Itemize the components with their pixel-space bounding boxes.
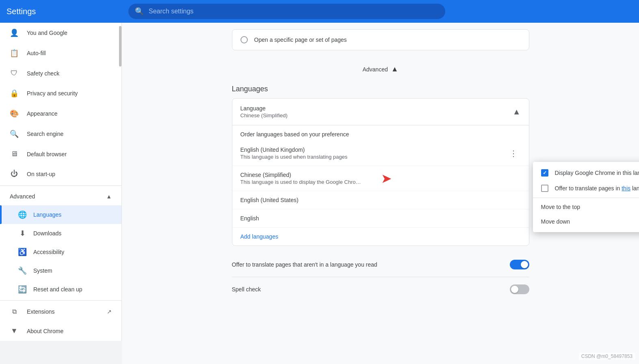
open-page-label: Open a specific page or set of pages xyxy=(254,37,347,43)
sidebar-label-on-startup: On start-up xyxy=(27,171,55,177)
sidebar-item-downloads[interactable]: ⬇ Downloads xyxy=(0,224,121,243)
add-languages-link[interactable]: Add languages xyxy=(232,228,529,246)
context-menu-item-move-top[interactable]: Move to the top xyxy=(533,200,639,214)
search-input[interactable] xyxy=(149,8,439,15)
sidebar-item-you-google[interactable]: 👤 You and Google xyxy=(0,23,121,43)
sidebar-label-autofill: Auto-fill xyxy=(27,50,46,56)
context-menu: Display Google Chrome in this language O… xyxy=(533,162,639,232)
context-menu-item-display-language[interactable]: Display Google Chrome in this language xyxy=(533,165,639,181)
red-arrow: ➤ xyxy=(381,172,391,185)
autofill-icon: 📋 xyxy=(10,49,19,58)
sidebar-label-reset-cleanup: Reset and clean up xyxy=(33,286,82,293)
startup-icon: ⏻ xyxy=(10,170,19,178)
spell-check-toggle[interactable] xyxy=(510,284,529,294)
language-row-chinese: Chinese (Simplified) This language is us… xyxy=(232,166,529,191)
main-content: Open a specific page or set of pages Adv… xyxy=(122,23,639,364)
sidebar-divider-2 xyxy=(0,300,121,301)
context-menu-label-display-language: Display Google Chrome in this language xyxy=(555,170,639,176)
sidebar-label-downloads: Downloads xyxy=(33,230,61,237)
highlight-this: this xyxy=(622,185,630,192)
search-bar[interactable]: 🔍 xyxy=(128,4,445,19)
sidebar-item-on-startup[interactable]: ⏻ On start-up xyxy=(0,164,121,184)
lang-desc-chinese: This language is used to display the Goo… xyxy=(240,179,361,185)
person-icon: 👤 xyxy=(10,28,19,37)
sidebar-item-system[interactable]: 🔧 System xyxy=(0,261,121,280)
lang-name-english: English xyxy=(240,215,259,222)
language-label: Language xyxy=(240,105,288,112)
palette-icon: 🎨 xyxy=(10,109,19,118)
browser-icon: 🖥 xyxy=(10,150,19,158)
spell-check-label: Spell check xyxy=(232,286,261,293)
sidebar-label-search-engine: Search engine xyxy=(27,131,63,137)
sidebar-advanced-header[interactable]: Advanced ▲ xyxy=(0,187,121,205)
offer-translate-row: Offer to translate pages that aren't in … xyxy=(232,252,529,277)
checkbox-display-language[interactable] xyxy=(541,169,548,177)
sidebar-item-autofill[interactable]: 📋 Auto-fill xyxy=(0,43,121,63)
external-link-icon: ↗ xyxy=(107,308,112,315)
offer-translate-label: Offer to translate pages that aren't in … xyxy=(232,261,377,268)
sidebar-label-system: System xyxy=(33,267,52,274)
context-menu-item-move-down[interactable]: Move down xyxy=(533,214,639,229)
extensions-icon: ⧉ xyxy=(10,308,19,315)
context-menu-item-offer-translate[interactable]: Offer to translate pages in this languag… xyxy=(533,181,639,196)
sidebar-item-accessibility[interactable]: ♿ Accessibility xyxy=(0,243,121,261)
radio-button[interactable] xyxy=(240,36,248,43)
accessibility-icon: ♿ xyxy=(18,248,27,256)
advanced-toggle-label: Advanced xyxy=(362,66,388,73)
checkbox-offer-translate[interactable] xyxy=(541,185,548,192)
sidebar-label-languages: Languages xyxy=(33,211,61,218)
language-header-info: Language Chinese (Simplified) xyxy=(240,105,288,118)
context-menu-label-offer-translate: Offer to translate pages in this languag… xyxy=(555,185,639,192)
sidebar-label-accessibility: Accessibility xyxy=(33,249,64,255)
sidebar-item-safety-check[interactable]: 🛡 Safety check xyxy=(0,63,121,83)
language-value: Chinese (Simplified) xyxy=(240,112,288,118)
advanced-chevron-icon: ▲ xyxy=(391,65,399,73)
sidebar-item-reset-cleanup[interactable]: 🔄 Reset and clean up xyxy=(0,280,121,299)
language-row-info: English (United Kingdom) This language i… xyxy=(240,146,348,160)
sidebar-label-appearance: Appearance xyxy=(27,110,58,117)
context-menu-divider xyxy=(533,198,639,198)
language-row-info-english: English xyxy=(240,215,259,222)
sidebar-item-about-chrome[interactable]: ▼ About Chrome xyxy=(0,321,121,341)
sidebar-item-languages[interactable]: 🌐 Languages xyxy=(0,205,121,224)
language-row-english: English xyxy=(232,209,529,228)
sidebar-wrapper: 👤 You and Google 📋 Auto-fill 🛡 Safety ch… xyxy=(0,23,122,364)
lang-name-english-us: English (United States) xyxy=(240,197,299,203)
offer-translate-toggle[interactable] xyxy=(510,260,529,269)
language-row-english-uk: English (United Kingdom) This language i… xyxy=(232,141,529,166)
three-dots-english-uk[interactable]: ⋮ xyxy=(506,147,521,160)
sidebar-item-privacy-security[interactable]: 🔒 Privacy and security xyxy=(0,83,121,103)
reset-icon: 🔄 xyxy=(18,285,27,294)
sidebar-label-you-google: You and Google xyxy=(27,30,67,36)
sidebar-label-default-browser: Default browser xyxy=(27,151,67,157)
language-row-info-chinese: Chinese (Simplified) This language is us… xyxy=(240,172,361,185)
chevron-up-icon: ▲ xyxy=(106,193,112,200)
search-engine-icon: 🔍 xyxy=(10,129,19,138)
context-menu-label-move-top: Move to the top xyxy=(541,204,581,210)
lock-icon: 🔒 xyxy=(10,89,19,98)
sidebar-label-safety-check: Safety check xyxy=(27,70,59,77)
system-icon: 🔧 xyxy=(18,266,27,275)
language-row-english-us: English (United States) xyxy=(232,191,529,209)
sidebar-item-search-engine[interactable]: 🔍 Search engine xyxy=(0,124,121,144)
advanced-toggle[interactable]: Advanced ▲ xyxy=(232,60,529,78)
lang-desc-english-uk: This language is used when translating p… xyxy=(240,154,348,160)
sidebar-item-extensions[interactable]: ⧉ Extensions ↗ xyxy=(0,302,121,321)
sidebar-advanced-label: Advanced xyxy=(10,193,35,200)
sidebar-label-privacy-security: Privacy and security xyxy=(27,90,78,97)
language-card-header: Language Chinese (Simplified) ▲ xyxy=(232,99,529,125)
open-page-row[interactable]: Open a specific page or set of pages xyxy=(232,29,529,50)
language-card: Language Chinese (Simplified) ▲ Order la… xyxy=(232,98,529,246)
sidebar-item-appearance[interactable]: 🎨 Appearance xyxy=(0,103,121,124)
language-card-collapse-icon[interactable]: ▲ xyxy=(513,107,521,116)
context-menu-label-move-down: Move down xyxy=(541,218,570,225)
app-title: Settings xyxy=(6,7,128,16)
globe-icon: 🌐 xyxy=(18,210,27,219)
sidebar-label-about-chrome: About Chrome xyxy=(27,328,63,334)
header: Settings 🔍 xyxy=(0,0,639,23)
chevron-down-icon: ▼ xyxy=(10,327,19,335)
sidebar-item-default-browser[interactable]: 🖥 Default browser xyxy=(0,144,121,164)
sidebar-label-extensions: Extensions xyxy=(27,308,54,315)
sidebar: 👤 You and Google 📋 Auto-fill 🛡 Safety ch… xyxy=(0,23,122,341)
content-area: Open a specific page or set of pages Adv… xyxy=(222,23,539,308)
